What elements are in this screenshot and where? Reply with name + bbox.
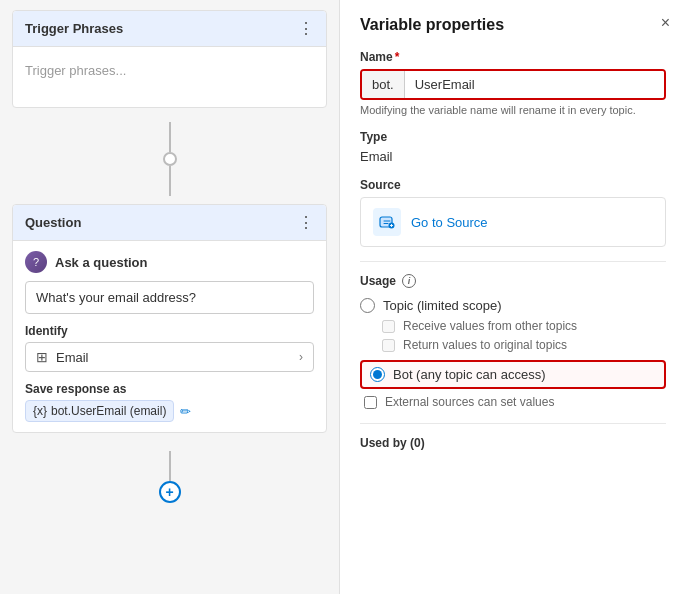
receive-checkbox-row: Receive values from other topics (360, 319, 666, 333)
variable-icon: {x} (33, 404, 47, 418)
name-input[interactable] (405, 71, 664, 98)
identify-icon: ⊞ (36, 349, 48, 365)
question-card: Question ⋮ ? Ask a question What's your … (12, 204, 327, 433)
trigger-body: Trigger phrases... (13, 47, 326, 107)
usage-section: Usage i Topic (limited scope) Receive va… (360, 274, 666, 409)
close-button[interactable]: × (661, 14, 670, 32)
ask-question-row: ? Ask a question (25, 251, 314, 273)
circle-node (163, 152, 177, 166)
used-by-label: Used by (0) (360, 436, 666, 450)
bottom-connector: + (0, 443, 339, 507)
edit-icon[interactable]: ✏ (180, 404, 191, 419)
line-segment (169, 122, 171, 152)
type-section: Type Email (360, 130, 666, 164)
go-to-source-button[interactable]: Go to Source (360, 197, 666, 247)
trigger-phrases-title: Trigger Phrases (25, 21, 123, 36)
topic-radio-label: Topic (limited scope) (383, 298, 502, 313)
question-menu-icon[interactable]: ⋮ (298, 213, 314, 232)
ask-icon-symbol: ? (33, 256, 39, 268)
identify-row[interactable]: ⊞ Email › (25, 342, 314, 372)
bottom-line (169, 451, 171, 481)
bot-radio-row: Bot (any topic can access) (360, 360, 666, 389)
source-icon (373, 208, 401, 236)
usage-header: Usage i (360, 274, 666, 288)
name-section: Name* bot. Modifying the variable name w… (360, 50, 666, 116)
source-section: Source Go to Source (360, 178, 666, 247)
external-checkbox[interactable] (364, 396, 377, 409)
trigger-placeholder: Trigger phrases... (25, 63, 126, 78)
question-text[interactable]: What's your email address? (25, 281, 314, 314)
receive-label: Receive values from other topics (403, 319, 577, 333)
bot-radio[interactable] (370, 367, 385, 382)
return-label: Return values to original topics (403, 338, 567, 352)
question-title: Question (25, 215, 81, 230)
line-segment-2 (169, 166, 171, 196)
external-checkbox-row: External sources can set values (360, 395, 666, 409)
name-hint: Modifying the variable name will rename … (360, 104, 666, 116)
info-icon: i (402, 274, 416, 288)
bot-radio-label: Bot (any topic can access) (393, 367, 545, 382)
external-label: External sources can set values (385, 395, 554, 409)
source-label: Source (360, 178, 666, 192)
question-header: Question ⋮ (13, 205, 326, 241)
type-value: Email (360, 149, 666, 164)
ask-question-label: Ask a question (55, 255, 147, 270)
required-star: * (395, 50, 400, 64)
left-panel: Trigger Phrases ⋮ Trigger phrases... Que… (0, 0, 340, 594)
question-body: ? Ask a question What's your email addre… (13, 241, 326, 432)
divider (360, 261, 666, 262)
trigger-phrases-header: Trigger Phrases ⋮ (13, 11, 326, 47)
divider-2 (360, 423, 666, 424)
return-checkbox[interactable] (382, 339, 395, 352)
topic-radio[interactable] (360, 298, 375, 313)
identify-label: Identify (25, 324, 314, 338)
chevron-right-icon: › (299, 350, 303, 364)
name-input-row: bot. (360, 69, 666, 100)
receive-checkbox[interactable] (382, 320, 395, 333)
connector-top (163, 118, 177, 200)
add-node-button[interactable]: + (159, 481, 181, 503)
ask-icon: ? (25, 251, 47, 273)
panel-title: Variable properties (360, 16, 666, 34)
save-response-label: Save response as (25, 382, 314, 396)
save-response-row: {x} bot.UserEmail (email) ✏ (25, 400, 314, 422)
identify-value: Email (56, 350, 299, 365)
right-panel: Variable properties × Name* bot. Modifyi… (340, 0, 686, 594)
name-label: Name* (360, 50, 666, 64)
trigger-phrases-card: Trigger Phrases ⋮ Trigger phrases... (12, 10, 327, 108)
trigger-menu-icon[interactable]: ⋮ (298, 19, 314, 38)
return-checkbox-row: Return values to original topics (360, 338, 666, 352)
go-to-source-label: Go to Source (411, 215, 488, 230)
name-prefix: bot. (362, 71, 405, 98)
usage-label: Usage (360, 274, 396, 288)
topic-radio-row: Topic (limited scope) (360, 298, 666, 313)
save-response-value: bot.UserEmail (email) (51, 404, 166, 418)
type-label: Type (360, 130, 666, 144)
save-response-badge[interactable]: {x} bot.UserEmail (email) (25, 400, 174, 422)
